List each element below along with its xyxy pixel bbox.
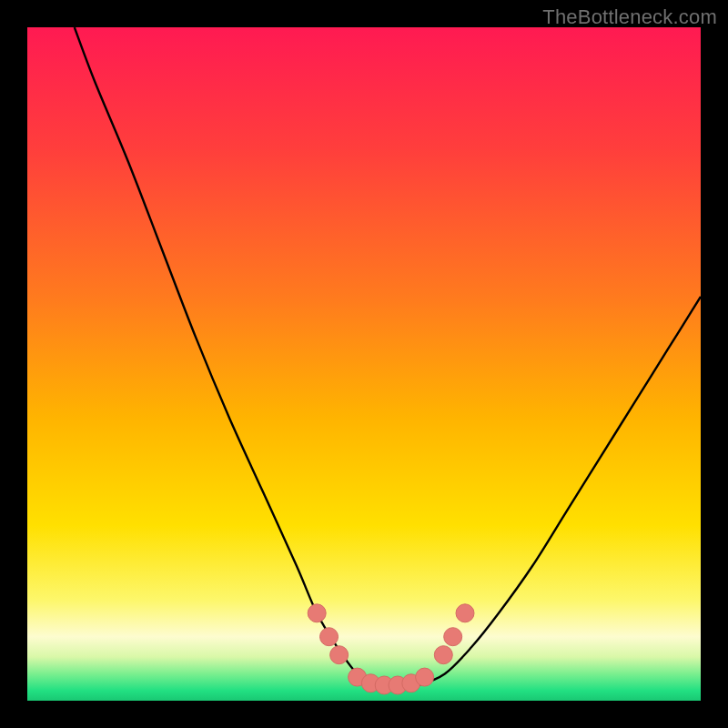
curve-marker <box>444 628 462 646</box>
chart-frame: TheBottleneck.com <box>0 0 728 728</box>
watermark-text: TheBottleneck.com <box>542 5 717 29</box>
curve-marker <box>308 604 326 622</box>
plot-area <box>27 27 701 701</box>
curve-markers <box>308 604 474 694</box>
bottleneck-curve <box>75 27 701 687</box>
curve-marker <box>330 646 349 664</box>
curve-marker <box>434 646 452 664</box>
curve-marker <box>416 668 434 686</box>
curve-marker <box>320 628 339 646</box>
curve-marker <box>456 604 474 622</box>
curve-layer <box>27 27 701 701</box>
